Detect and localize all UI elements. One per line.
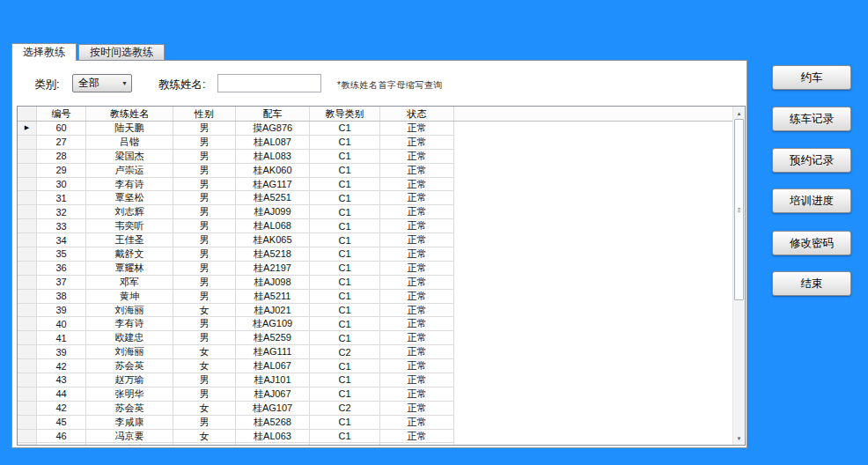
table-cell[interactable]: 王佳圣 <box>86 233 173 247</box>
row-selector[interactable] <box>18 317 37 331</box>
table-cell[interactable]: 45 <box>37 416 86 430</box>
table-cell[interactable]: 韦奕听 <box>86 219 173 233</box>
table-cell[interactable]: 男 <box>173 443 236 445</box>
table-cell[interactable]: C1 <box>310 136 380 150</box>
table-cell[interactable]: 42 <box>37 402 86 416</box>
table-cell[interactable]: 正常 <box>380 290 454 304</box>
table-cell[interactable]: 36 <box>37 262 86 276</box>
table-cell[interactable]: C1 <box>310 247 380 262</box>
table-cell[interactable]: 正常 <box>380 359 454 373</box>
table-cell[interactable]: 女 <box>173 345 236 359</box>
table-cell[interactable]: 男 <box>173 247 236 262</box>
row-selector[interactable] <box>18 205 37 219</box>
table-cell[interactable]: 46 <box>37 430 86 444</box>
table-cell[interactable]: 30 <box>37 178 86 192</box>
row-selector[interactable] <box>18 136 37 150</box>
table-cell[interactable]: 正常 <box>380 205 454 219</box>
table-cell[interactable]: C1 <box>310 191 380 205</box>
table-row[interactable]: 31覃坚松男桂A5251C1正常 <box>18 191 732 205</box>
row-selector[interactable] <box>18 276 37 290</box>
table-cell[interactable]: 正常 <box>380 262 454 276</box>
table-cell[interactable]: 桂A5251 <box>236 191 310 205</box>
table-cell[interactable]: C1 <box>310 205 380 219</box>
table-cell[interactable]: 卢崇运 <box>86 164 173 178</box>
row-selector[interactable] <box>18 430 37 444</box>
row-selector[interactable] <box>18 233 37 247</box>
table-cell[interactable]: C1 <box>310 262 380 276</box>
table-cell[interactable]: 正常 <box>380 247 454 262</box>
table-cell[interactable]: 39 <box>37 304 86 318</box>
table-cell[interactable]: 桂A5268 <box>236 416 310 430</box>
table-cell[interactable]: 桂AJ099 <box>236 205 310 219</box>
table-cell[interactable]: 张明华 <box>86 388 173 402</box>
table-cell[interactable]: 桂AK060 <box>236 164 310 178</box>
table-row[interactable]: 39刘海丽女桂AG111C2正常 <box>18 345 732 359</box>
table-cell[interactable]: 39 <box>37 345 86 359</box>
table-cell[interactable]: 正常 <box>380 430 454 444</box>
table-cell[interactable]: 正常 <box>380 373 454 388</box>
table-cell[interactable]: C1 <box>310 388 380 402</box>
table-cell[interactable]: 李有诗 <box>86 317 173 331</box>
table-cell[interactable]: 正常 <box>380 345 454 359</box>
table-cell[interactable]: 男 <box>173 276 236 290</box>
reservation-records-button[interactable]: 预约记录 <box>772 148 851 173</box>
scroll-down-icon[interactable]: ▼ <box>734 432 744 444</box>
table-cell[interactable]: 冯京要 <box>86 430 173 444</box>
column-header-class[interactable]: 教导类别 <box>310 107 380 121</box>
table-cell[interactable]: 桂A5218 <box>236 247 310 262</box>
table-cell[interactable]: 38 <box>37 290 86 304</box>
table-cell[interactable]: 戴舒文 <box>86 247 173 262</box>
column-header-car[interactable]: 配车 <box>236 107 310 121</box>
table-cell[interactable]: 陆天鹏 <box>86 122 173 136</box>
row-selector[interactable] <box>18 345 37 359</box>
table-row[interactable]: 32刘志辉男桂AJ099C1正常 <box>18 205 732 219</box>
table-cell[interactable]: C1 <box>310 150 380 164</box>
row-selector[interactable] <box>18 402 37 416</box>
table-cell[interactable]: 正常 <box>380 191 454 205</box>
table-cell[interactable]: 男 <box>173 219 236 233</box>
table-cell[interactable]: 正常 <box>380 233 454 247</box>
table-cell[interactable]: 女 <box>173 402 236 416</box>
row-selector[interactable] <box>18 178 37 192</box>
table-cell[interactable]: C2 <box>310 402 380 416</box>
table-cell[interactable]: 桂AJ098 <box>236 276 310 290</box>
table-row[interactable]: 29卢崇运男桂AK060C1正常 <box>18 164 732 178</box>
table-row[interactable]: 39刘海丽女桂AJ021C1正常 <box>18 304 732 318</box>
table-cell[interactable]: 正常 <box>380 122 454 136</box>
row-selector[interactable] <box>18 331 37 345</box>
table-cell[interactable]: 男 <box>173 205 236 219</box>
table-cell[interactable]: 欧建忠 <box>86 331 173 345</box>
column-header-status[interactable]: 状态 <box>380 107 454 121</box>
table-cell[interactable]: 男 <box>173 416 236 430</box>
table-cell[interactable]: 桂AK065 <box>236 233 310 247</box>
table-cell[interactable]: 摸AG876 <box>236 122 310 136</box>
row-selector[interactable] <box>18 150 37 164</box>
table-cell[interactable]: C1 <box>310 290 380 304</box>
table-cell[interactable]: 桂AG111 <box>236 345 310 359</box>
table-cell[interactable]: 男 <box>173 373 236 388</box>
training-progress-button[interactable]: 培训进度 <box>772 188 851 213</box>
table-row[interactable]: 42苏会英女桂AG107C2正常 <box>18 402 732 416</box>
row-selector[interactable] <box>18 290 37 304</box>
row-selector[interactable] <box>18 416 37 430</box>
column-header-gender[interactable]: 性别 <box>173 107 236 121</box>
row-selector[interactable] <box>18 191 37 205</box>
table-cell[interactable]: 32 <box>37 205 86 219</box>
table-cell[interactable]: 赵万瑜 <box>86 373 173 388</box>
table-cell[interactable]: 刘海丽 <box>86 304 173 318</box>
vertical-scrollbar[interactable]: ▲ ▼ <box>732 107 745 445</box>
table-row[interactable]: 35戴舒文男桂A5218C1正常 <box>18 247 732 262</box>
table-cell[interactable]: 正常 <box>380 164 454 178</box>
table-cell[interactable]: C1 <box>310 164 380 178</box>
table-row[interactable]: 44张明华男桂AJ067C1正常 <box>18 388 732 402</box>
table-cell[interactable]: 37 <box>37 276 86 290</box>
table-cell[interactable]: 梁国杰 <box>86 150 173 164</box>
table-cell[interactable]: 40 <box>37 317 86 331</box>
table-cell[interactable]: 覃坚松 <box>86 191 173 205</box>
table-cell[interactable]: C1 <box>310 443 380 445</box>
table-cell[interactable]: C1 <box>310 178 380 192</box>
table-cell[interactable]: 正常 <box>380 443 454 445</box>
table-cell[interactable]: 桂AG109 <box>236 317 310 331</box>
table-cell[interactable]: 方贵让 <box>86 443 173 445</box>
table-cell[interactable]: 正常 <box>380 317 454 331</box>
